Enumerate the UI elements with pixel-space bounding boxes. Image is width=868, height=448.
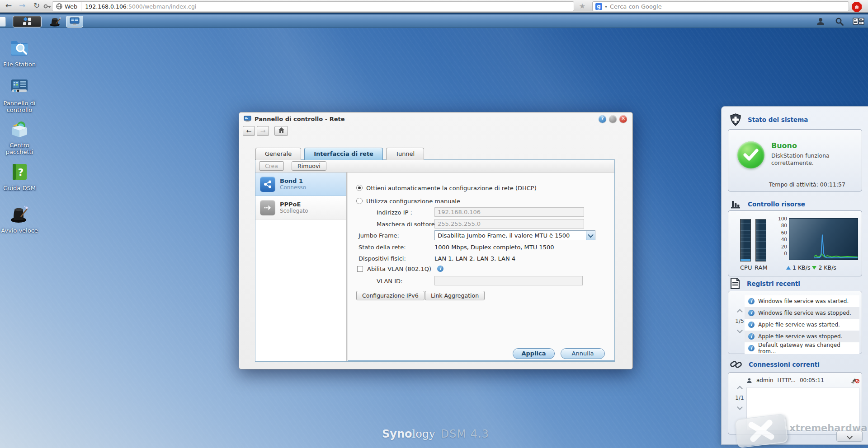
system-health-header: Stato del sistema (730, 113, 808, 126)
desktop-icon-label: Pannello di controllo (0, 100, 39, 113)
interface-item-bond1[interactable]: Bond 1 Connesso (255, 173, 346, 196)
search-engine-caret-icon[interactable]: ▾ (605, 4, 607, 9)
shield-icon (730, 113, 741, 126)
site-identity-label: Web (65, 3, 77, 10)
link-aggregation-button[interactable]: Link Aggregation (425, 291, 485, 300)
dialog-back-button[interactable]: ← (243, 126, 255, 136)
cpu-usage-bar (740, 219, 751, 261)
quick-start-icon (9, 204, 30, 224)
log-row[interactable]: iApple file service was stopped. (745, 331, 859, 342)
dialog-home-button[interactable] (274, 126, 288, 136)
connections-page-up-icon[interactable] (737, 386, 743, 392)
resource-monitor-header: Controllo risorse (730, 198, 805, 210)
browser-back-icon[interactable]: ← (5, 1, 12, 10)
dialog-help-button[interactable]: ? (599, 115, 606, 123)
sidebar-collapse-button[interactable] (836, 431, 863, 442)
dialog-close-button[interactable]: ✕ (619, 115, 627, 123)
info-icon: i (748, 345, 755, 351)
vlan-info-icon[interactable]: i (437, 266, 443, 272)
recent-logs-header: Registri recenti (730, 277, 800, 289)
desktop-icon-dsm-help[interactable]: ? Guida DSM (0, 163, 39, 191)
select-dropdown-icon[interactable] (586, 231, 595, 240)
log-row[interactable]: iWindows file service was started. (745, 295, 859, 307)
quick-start-taskbar-button[interactable] (45, 16, 65, 28)
ipv6-config-button[interactable]: Configurazione IPv6 (356, 291, 425, 300)
show-desktop-button[interactable] (0, 17, 6, 27)
connections-page-down-icon[interactable] (737, 404, 743, 410)
user-options-button[interactable] (814, 16, 827, 28)
log-row[interactable]: iApple file service was started. (745, 319, 859, 331)
search-bar[interactable]: g ▾ (592, 1, 849, 11)
connections-pager: 1/1 (732, 385, 747, 411)
upload-speed: 1 KB/s (793, 264, 810, 271)
user-icon (816, 17, 826, 27)
connection-user-icon (746, 378, 752, 383)
network-speed-readout: 1 KB/s 2 KB/s (786, 264, 836, 271)
control-panel-taskbar-button[interactable] (66, 16, 83, 28)
manual-config-radio[interactable] (356, 198, 363, 204)
browser-reload-icon[interactable]: ↻ (33, 1, 40, 10)
dsm-help-icon: ? (9, 163, 29, 182)
remove-button[interactable]: Rimuovi (292, 161, 326, 171)
pilot-view-button[interactable] (852, 16, 865, 28)
connection-row[interactable]: admin HTTP... 00:05:11 (746, 377, 859, 383)
ip-address-label: Indirizzo IP : (377, 209, 412, 216)
control-panel-window-icon (69, 17, 80, 27)
desktop-icon-label: Centro pacchetti (0, 142, 39, 155)
browser-forward-icon[interactable]: → (19, 1, 25, 10)
physical-devices-label: Dispositivi fisici: (359, 255, 406, 262)
manual-config-radio-label: Utilizza configurazione manuale (366, 198, 460, 205)
info-icon: i (748, 333, 755, 340)
apply-button[interactable]: Applica (513, 348, 555, 359)
pppoe-interface-icon (260, 200, 275, 215)
jumbo-frame-select[interactable]: Disabilita Jumbo Frame, il valore MTU è … (434, 230, 595, 240)
log-text: Apple file service was started. (758, 322, 840, 328)
network-graph-axis: 100 80 60 40 20 0 (772, 215, 787, 257)
google-engine-icon[interactable]: g (595, 3, 602, 10)
dialog-titlebar[interactable]: Pannello di controllo - Rete (244, 116, 345, 122)
log-row[interactable]: iWindows file service was stopped. (745, 307, 859, 319)
create-button[interactable]: Crea (259, 161, 284, 171)
desktop-icon-label: Guida DSM (0, 185, 39, 191)
key-icon[interactable] (43, 3, 52, 11)
desktop-icon-control-panel[interactable]: Pannello di controllo (0, 78, 39, 113)
logs-page-up-icon[interactable] (737, 309, 743, 315)
dialog-title-icon (244, 116, 251, 122)
ip-address-field[interactable] (434, 207, 584, 217)
adblock-icon[interactable] (852, 2, 862, 12)
log-row[interactable]: iDefault gateway was changed from... (745, 342, 859, 354)
site-identity-button[interactable]: Web (52, 2, 81, 11)
desktop-icon-quick-start[interactable]: Avvio veloce (0, 204, 39, 234)
address-bar[interactable]: Web 192.168.0.106:5000/webman/index.cgi (52, 1, 574, 11)
uptime-text: Tempo di attività: 00:11:57 (769, 181, 845, 188)
dialog-minimize-button[interactable] (609, 115, 617, 123)
search-button[interactable] (833, 16, 846, 28)
subnet-mask-field[interactable] (434, 219, 584, 229)
desktop-icon-package-center[interactable]: Centro pacchetti (0, 120, 39, 155)
vlan-id-field[interactable] (434, 276, 583, 285)
jumbo-frame-label: Jumbo Frame: (359, 232, 399, 239)
tab-generale[interactable]: Generale (255, 148, 301, 160)
dialog-content-frame: Crea Rimuovi Bond 1 Connesso (255, 159, 615, 362)
logs-page-down-icon[interactable] (737, 327, 743, 333)
search-input[interactable] (610, 3, 846, 10)
svg-text:?: ? (18, 167, 24, 178)
connections-header: Connessioni correnti (730, 359, 820, 370)
bookmark-star-icon[interactable]: ★ (577, 1, 588, 11)
main-menu-button[interactable] (13, 16, 42, 28)
enable-vlan-checkbox[interactable] (357, 266, 363, 272)
dialog-forward-button[interactable]: → (257, 126, 269, 136)
cancel-button[interactable]: Annulla (561, 348, 605, 359)
desktop-icon-file-station[interactable]: File Station (0, 39, 39, 68)
kick-connection-icon[interactable] (851, 377, 859, 383)
tab-interfaccia-di-rete[interactable]: Interfaccia di rete (304, 148, 383, 160)
dsm-branding: SynologyDSM 4.3 (382, 428, 489, 440)
interface-name: Bond 1 (280, 177, 306, 184)
branding-logy: logy (412, 428, 435, 440)
interface-item-pppoe[interactable]: PPPoE Scollegato (255, 196, 346, 219)
url-text[interactable]: 192.168.0.106:5000/webman/index.cgi (81, 3, 196, 10)
dhcp-radio[interactable] (356, 185, 363, 191)
magic-hat-icon (48, 16, 62, 27)
tab-tunnel[interactable]: Tunnel (386, 148, 424, 160)
browser-toolbar: ← → ↻ Web 192.168.0.106:5000/webman/inde… (0, 0, 868, 13)
